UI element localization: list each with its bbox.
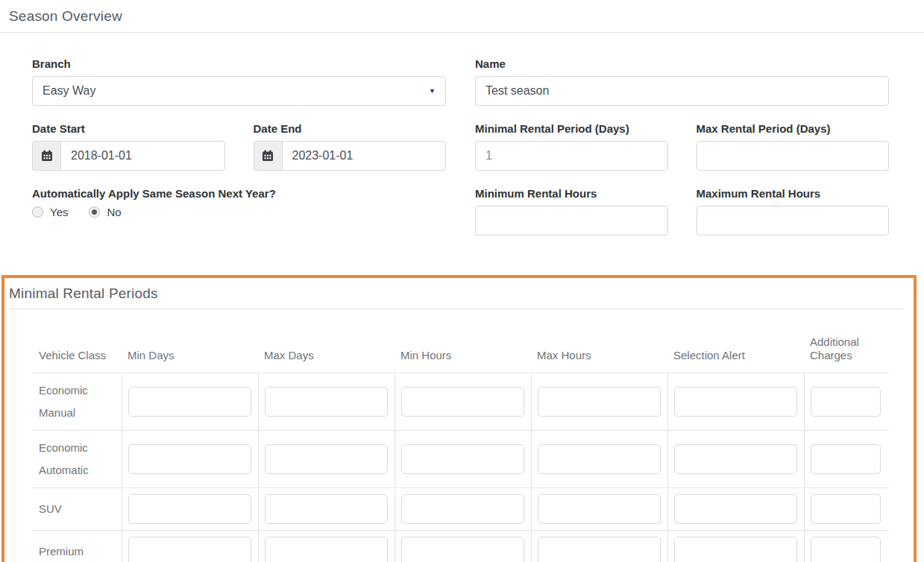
date-start-field: Date Start <box>32 122 225 171</box>
max-days-input[interactable] <box>265 537 388 562</box>
auto-apply-no-label: No <box>107 206 121 218</box>
min-rental-hours-input[interactable] <box>475 206 668 236</box>
rental-days-fields: Minimal Rental Period (Days) Max Rental … <box>475 122 889 171</box>
branch-select[interactable]: Easy Way ▼ <box>32 76 446 106</box>
name-label: Name <box>475 57 889 70</box>
max-rental-hours-field: Maximum Rental Hours <box>697 187 890 236</box>
col-header-max-hours: Max Hours <box>531 309 667 373</box>
min-hours-input[interactable] <box>401 494 524 524</box>
min-hours-input[interactable] <box>401 537 524 562</box>
auto-apply-yes-label: Yes <box>50 206 68 218</box>
date-fields: Date Start <box>32 122 446 171</box>
selection-alert-input[interactable] <box>674 387 797 417</box>
max-days-input[interactable] <box>265 387 388 417</box>
selection-alert-input[interactable] <box>674 444 797 474</box>
page-title: Season Overview <box>9 8 122 25</box>
rental-hours-fields: Minimum Rental Hours Maximum Rental Hour… <box>475 187 889 236</box>
form-left-column: Branch Easy Way ▼ Date Start <box>32 57 446 252</box>
col-header-max-days: Max Days <box>258 309 395 373</box>
additional-charges-input[interactable] <box>811 387 881 417</box>
max-hours-input[interactable] <box>538 537 661 562</box>
max-rental-days-label: Max Rental Period (Days) <box>697 122 890 135</box>
vehicle-class-label: Economic Manual <box>32 373 122 430</box>
minimal-rental-periods-section: Minimal Rental Periods Vehicle Class Min… <box>1 275 917 562</box>
name-field: Name <box>475 57 889 106</box>
calendar-icon <box>41 150 53 162</box>
branch-field: Branch Easy Way ▼ <box>32 57 446 106</box>
date-end-field: Date End <box>254 122 447 171</box>
page-header: Season Overview <box>0 0 924 33</box>
col-header-vehicle-class: Vehicle Class <box>32 309 122 373</box>
max-rental-hours-input[interactable] <box>697 206 890 236</box>
table-row: SUV <box>32 487 889 530</box>
minimal-rental-periods-header: Minimal Rental Periods <box>4 278 914 302</box>
min-hours-input[interactable] <box>401 387 524 417</box>
min-rental-hours-label: Minimum Rental Hours <box>475 187 668 200</box>
max-rental-days-field: Max Rental Period (Days) <box>697 122 890 171</box>
calendar-icon <box>262 150 274 162</box>
season-form: Branch Easy Way ▼ Date Start <box>0 33 924 252</box>
auto-apply-no-radio[interactable]: No <box>89 206 121 218</box>
min-rental-days-label: Minimal Rental Period (Days) <box>475 122 668 135</box>
table-row: Economic Automatic <box>32 430 889 487</box>
rental-periods-table: Vehicle Class Min Days Max Days Min Hour… <box>32 309 889 562</box>
min-rental-hours-field: Minimum Rental Hours <box>475 187 668 236</box>
max-hours-input[interactable] <box>538 494 661 524</box>
col-header-min-days: Min Days <box>122 309 258 373</box>
additional-charges-input[interactable] <box>811 444 881 474</box>
col-header-min-hours: Min Hours <box>395 309 531 373</box>
max-rental-days-input[interactable] <box>697 141 890 171</box>
max-hours-input[interactable] <box>538 444 661 474</box>
auto-apply-field: Automatically Apply Same Season Next Yea… <box>32 187 446 218</box>
max-rental-hours-label: Maximum Rental Hours <box>697 187 890 200</box>
date-end-label: Date End <box>254 122 447 135</box>
chevron-down-icon: ▼ <box>429 88 436 95</box>
radio-circle-icon <box>89 206 100 218</box>
form-right-column: Name Minimal Rental Period (Days) Max Re… <box>475 57 889 252</box>
table-header-row: Vehicle Class Min Days Max Days Min Hour… <box>32 309 889 373</box>
selection-alert-input[interactable] <box>674 537 797 562</box>
auto-apply-label: Automatically Apply Same Season Next Yea… <box>32 187 446 200</box>
auto-apply-yes-radio[interactable]: Yes <box>32 206 68 218</box>
vehicle-class-label: Premium <box>32 530 122 562</box>
date-end-calendar-button[interactable] <box>254 141 282 171</box>
min-rental-days-input[interactable] <box>475 141 668 171</box>
max-hours-input[interactable] <box>538 387 661 417</box>
radio-circle-icon <box>32 206 43 218</box>
table-row: Economic Manual <box>32 373 889 430</box>
date-start-input[interactable] <box>60 141 225 171</box>
vehicle-class-label: Economic Automatic <box>32 430 122 487</box>
min-days-input[interactable] <box>128 537 251 562</box>
max-days-input[interactable] <box>265 494 388 524</box>
date-end-input[interactable] <box>282 141 447 171</box>
min-days-input[interactable] <box>128 444 251 474</box>
minimal-rental-periods-title: Minimal Rental Periods <box>9 285 158 301</box>
selection-alert-input[interactable] <box>674 494 797 524</box>
vehicle-class-label: SUV <box>32 487 122 530</box>
min-days-input[interactable] <box>128 387 251 417</box>
min-days-input[interactable] <box>128 494 251 524</box>
additional-charges-input[interactable] <box>811 494 881 524</box>
col-header-selection-alert: Selection Alert <box>667 309 804 373</box>
date-start-label: Date Start <box>32 122 225 135</box>
date-start-calendar-button[interactable] <box>32 141 60 171</box>
table-row: Premium <box>32 530 889 562</box>
branch-label: Branch <box>32 57 446 70</box>
season-name-input[interactable] <box>475 76 889 106</box>
col-header-additional-charges: Additional Charges <box>804 309 889 373</box>
branch-select-value: Easy Way <box>43 84 95 98</box>
additional-charges-input[interactable] <box>811 537 881 562</box>
min-hours-input[interactable] <box>401 444 524 474</box>
min-rental-days-field: Minimal Rental Period (Days) <box>475 122 668 171</box>
max-days-input[interactable] <box>265 444 388 474</box>
